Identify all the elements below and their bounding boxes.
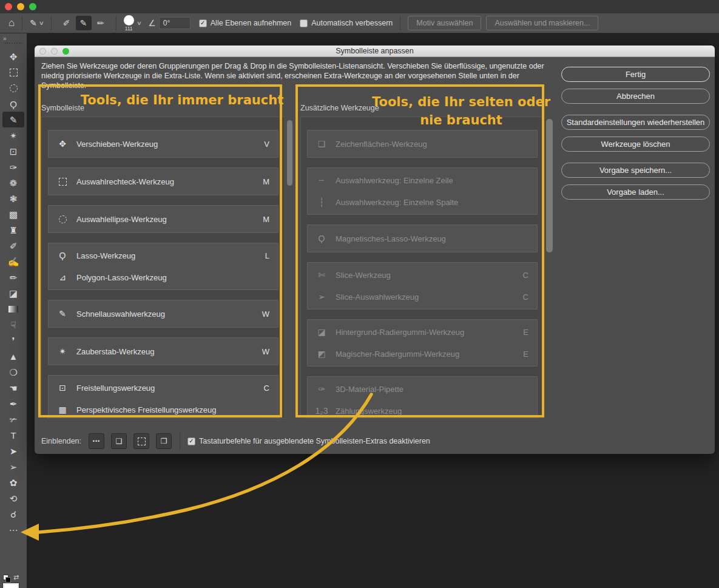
- rotate-view-tool[interactable]: ⟲: [2, 490, 24, 506]
- dialog-close-button[interactable]: [39, 48, 46, 55]
- left-list-scrollbar[interactable]: [287, 120, 292, 186]
- tool-preset-button[interactable]: ✎ ∨: [30, 18, 43, 28]
- save-preset-button[interactable]: Vorgabe speichern...: [561, 163, 710, 178]
- dodge-tool[interactable]: ❍: [2, 364, 24, 380]
- minimize-window-button[interactable]: [17, 3, 24, 10]
- dialog-zoom-button[interactable]: [62, 48, 69, 55]
- tool-group[interactable]: Auswahlellipse-WerkzeugM: [48, 205, 278, 233]
- tool-group[interactable]: Auswahlrechteck-WerkzeugM: [48, 167, 278, 195]
- collapse-toolbar-icon[interactable]: »: [0, 33, 27, 42]
- tool-group[interactable]: ϘLasso-WerkzeugL⊿Polygon-Lasso-Werkzeug: [48, 243, 278, 290]
- select-subject-button[interactable]: Motiv auswählen: [408, 16, 481, 30]
- clear-tools-button[interactable]: Werkzeuge löschen: [561, 137, 710, 152]
- checkbox-icon[interactable]: [300, 19, 308, 27]
- freeform-pen-tool[interactable]: ✃: [2, 411, 24, 427]
- tool-row-slice-werkzeug[interactable]: ✄Slice-WerkzeugC: [308, 264, 537, 286]
- dialog-titlebar[interactable]: Symbolleiste anpassen: [35, 46, 715, 57]
- healing-brush-tool[interactable]: ❃: [2, 191, 24, 206]
- subtract-selection-mode-icon[interactable]: ✏: [93, 16, 109, 30]
- show-extras-menu-icon[interactable]: •••: [89, 433, 104, 449]
- gradient-tool[interactable]: [2, 301, 24, 317]
- tool-group[interactable]: ◪Hintergrund-Radiergummi-WerkzeugE◩Magis…: [307, 319, 538, 367]
- mixer-brush-tool[interactable]: ✏: [2, 269, 24, 285]
- tool-group[interactable]: ⊡FreistellungswerkzeugC▦Perspektivisches…: [48, 375, 278, 419]
- tool-row-auswahlwerkzeug-einzelne-spalte[interactable]: ┆Auswahlwerkzeug: Einzelne Spalte: [308, 191, 537, 213]
- quick-selection-tool[interactable]: ✎: [2, 112, 24, 127]
- clone-stamp-tool[interactable]: ♜: [2, 222, 24, 238]
- sample-all-layers-checkbox[interactable]: ✓ Alle Ebenen aufnehmen: [199, 19, 291, 27]
- tool-row-perspektivisches-freistellungswerkzeug[interactable]: ▦Perspektivisches Freistellungswerkzeug: [49, 399, 278, 419]
- close-window-button[interactable]: [5, 3, 12, 10]
- disable-shortcuts-checkbox[interactable]: ✓ Tastaturbefehle für ausgeblendete Symb…: [187, 437, 430, 445]
- show-selection-icon[interactable]: [133, 433, 149, 449]
- dialog-minimize-button[interactable]: [51, 48, 58, 55]
- default-colors-icon[interactable]: [3, 575, 11, 583]
- zoom-tool[interactable]: ☌: [2, 506, 24, 522]
- foreground-color-swatch[interactable]: [3, 583, 19, 588]
- tool-row-zauberstab-werkzeug[interactable]: ✴Zauberstab-WerkzeugW: [49, 338, 278, 365]
- elliptical-marquee-tool[interactable]: [2, 80, 24, 96]
- add-selection-mode-icon[interactable]: ✎: [76, 16, 92, 30]
- path-selection-tool[interactable]: ➤: [2, 443, 24, 459]
- swap-colors-icon[interactable]: ⇄: [13, 573, 19, 581]
- load-preset-button[interactable]: Vorgabe laden...: [561, 184, 710, 200]
- tool-row-slice-auswahlwerkzeug[interactable]: ➢Slice-AuswahlwerkzeugC: [308, 286, 537, 308]
- angle-input[interactable]: [159, 17, 191, 29]
- tool-row-3d-material-pipette[interactable]: ✑3D-Material-Pipette: [308, 378, 537, 400]
- tool-group[interactable]: ϘMagnetisches-Lasso-Werkzeug: [307, 225, 538, 252]
- eraser-tool[interactable]: ◪: [2, 285, 24, 301]
- tool-group[interactable]: ✑3D-Material-Pipette1₂3Zählungswerkzeug: [307, 376, 538, 419]
- brush-tool[interactable]: ✐: [2, 238, 24, 254]
- tool-row-schnellauswahlwerkzeug[interactable]: ✎SchnellauswahlwerkzeugW: [49, 300, 278, 327]
- edit-toolbar-button[interactable]: ⋯: [2, 522, 24, 538]
- pen-tool[interactable]: ✒: [2, 396, 24, 411]
- tool-row-auswahlrechteck-werkzeug[interactable]: Auswahlrechteck-WerkzeugM: [49, 168, 278, 195]
- patch-tool[interactable]: ▩: [2, 206, 24, 222]
- lasso-tool[interactable]: Ϙ: [2, 96, 24, 112]
- move-tool[interactable]: ✥: [2, 49, 24, 64]
- zoom-window-button[interactable]: [29, 3, 36, 10]
- tool-row-auswahlwerkzeug-einzelne-zeile[interactable]: ┄Auswahlwerkzeug: Einzelne Zeile: [308, 169, 537, 191]
- home-icon[interactable]: ⌂: [8, 17, 15, 29]
- checkbox-icon[interactable]: ✓: [199, 19, 207, 27]
- tool-group[interactable]: ✥Verschieben-WerkzeugV: [48, 130, 278, 158]
- cancel-button[interactable]: Abbrechen: [561, 89, 710, 104]
- checkbox-icon[interactable]: ✓: [187, 438, 195, 445]
- direct-selection-tool[interactable]: ➢: [2, 459, 24, 475]
- tool-group[interactable]: ┄Auswahlwerkzeug: Einzelne Zeile┆Auswahl…: [307, 167, 538, 215]
- tool-row-magnetisches-lasso-werkzeug[interactable]: ϘMagnetisches-Lasso-Werkzeug: [308, 225, 537, 252]
- tool-row-polygon-lasso-werkzeug[interactable]: ⊿Polygon-Lasso-Werkzeug: [49, 266, 278, 288]
- toolbar-grip[interactable]: [5, 42, 22, 46]
- smudge-tool[interactable]: ☟: [2, 317, 24, 333]
- rectangular-marquee-tool[interactable]: [2, 64, 24, 80]
- burn-tool[interactable]: ☚: [2, 380, 24, 396]
- done-button[interactable]: Fertig: [561, 67, 710, 82]
- auto-enhance-checkbox[interactable]: Automatisch verbessern: [300, 19, 393, 27]
- blur-tool[interactable]: ❜: [2, 333, 24, 348]
- crop-tool[interactable]: ⊡: [2, 143, 24, 159]
- new-selection-mode-icon[interactable]: ✐: [59, 16, 75, 30]
- eyedropper-tool[interactable]: ✑: [2, 159, 24, 175]
- show-color-swatch-icon[interactable]: ❑: [111, 433, 127, 449]
- tool-row-auswahlellipse-werkzeug[interactable]: Auswahlellipse-WerkzeugM: [49, 206, 278, 232]
- type-tool[interactable]: T: [2, 427, 24, 443]
- tool-row-lasso-werkzeug[interactable]: ϘLasso-WerkzeugL: [49, 245, 278, 266]
- select-and-mask-button[interactable]: Auswählen und maskieren...: [486, 16, 598, 30]
- history-brush-tool[interactable]: ✍: [2, 254, 24, 269]
- brush-options-button[interactable]: 111 ∨: [124, 15, 141, 32]
- show-screen-mode-icon[interactable]: ❐: [156, 433, 172, 449]
- tool-row-zeichenfl-chen-werkzeug[interactable]: ❏Zeichenflächen-Werkzeug: [308, 130, 537, 157]
- tool-group[interactable]: ✴Zauberstab-WerkzeugW: [48, 337, 278, 365]
- tool-row-verschieben-werkzeug[interactable]: ✥Verschieben-WerkzeugV: [49, 130, 278, 157]
- right-list-scrollbar[interactable]: [546, 119, 553, 252]
- tool-group[interactable]: ✎SchnellauswahlwerkzeugW: [48, 300, 278, 328]
- tool-row-freistellungswerkzeug[interactable]: ⊡FreistellungswerkzeugC: [49, 377, 278, 399]
- tool-row-hintergrund-radiergummi-werkzeug[interactable]: ◪Hintergrund-Radiergummi-WerkzeugE: [308, 321, 537, 343]
- magic-wand-tool[interactable]: ✴: [2, 127, 24, 143]
- restore-defaults-button[interactable]: Standardeinstellungen wiederherstellen: [561, 115, 710, 130]
- sharpen-tool[interactable]: ▲: [2, 348, 24, 364]
- tool-group[interactable]: ❏Zeichenflächen-Werkzeug: [307, 130, 538, 158]
- tool-group[interactable]: ✄Slice-WerkzeugC➢Slice-AuswahlwerkzeugC: [307, 262, 538, 309]
- custom-shape-tool[interactable]: ✿: [2, 475, 24, 490]
- spot-healing-brush-tool[interactable]: ❁: [2, 175, 24, 191]
